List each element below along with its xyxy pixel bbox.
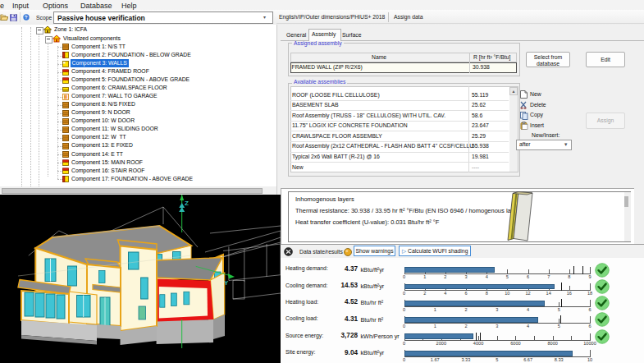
svg-text:?: ? bbox=[25, 15, 27, 20]
svg-text:Y: Y bbox=[224, 279, 229, 287]
svg-text:Z: Z bbox=[185, 200, 189, 207]
